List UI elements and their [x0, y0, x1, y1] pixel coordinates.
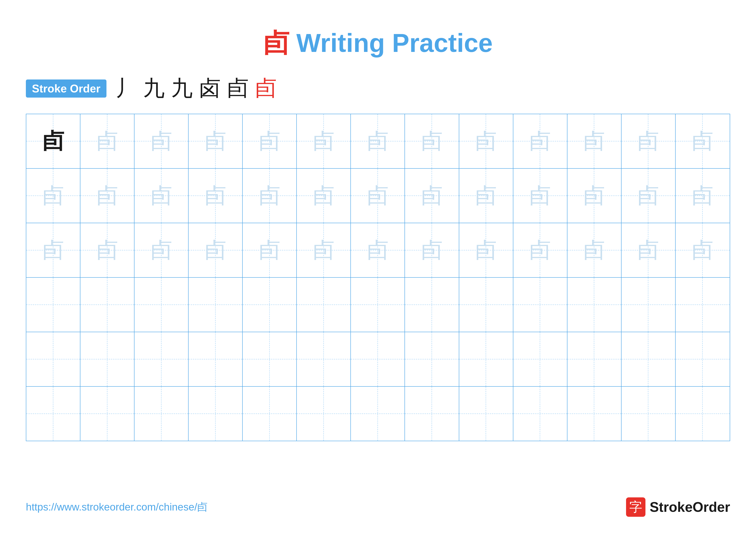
grid-cell[interactable]: [243, 332, 297, 386]
grid-cell[interactable]: [189, 387, 243, 441]
grid-cell[interactable]: 卣: [243, 169, 297, 223]
grid-cell[interactable]: [567, 332, 622, 386]
stroke-sequence: 丿 九 九 卤 卣 卣: [115, 74, 277, 103]
grid-cell[interactable]: [243, 387, 297, 441]
grid-cell[interactable]: 卣: [243, 114, 297, 168]
grid-cell[interactable]: 卣: [513, 114, 567, 168]
grid-cell[interactable]: 卣: [405, 114, 459, 168]
footer: https://www.strokeorder.com/chinese/卣 字 …: [26, 497, 730, 517]
grid-cell[interactable]: 卣: [459, 169, 513, 223]
grid-cell[interactable]: [351, 332, 405, 386]
grid-cell[interactable]: 卣: [351, 114, 405, 168]
grid-cell[interactable]: [297, 387, 351, 441]
practice-char: 卣: [637, 131, 659, 152]
grid-cell[interactable]: 卣: [80, 114, 134, 168]
grid-cell[interactable]: [459, 278, 513, 332]
grid-cell[interactable]: 卣: [405, 223, 459, 277]
grid-cell[interactable]: [189, 278, 243, 332]
grid-cell[interactable]: 卣: [80, 169, 134, 223]
grid-cell[interactable]: [676, 278, 730, 332]
practice-char: 卣: [421, 131, 443, 152]
grid-cell[interactable]: 卣: [567, 169, 622, 223]
grid-cell[interactable]: [567, 278, 622, 332]
grid-cell[interactable]: 卣: [405, 169, 459, 223]
grid-cell[interactable]: [26, 332, 80, 386]
grid-cell[interactable]: [26, 278, 80, 332]
grid-cell[interactable]: [459, 332, 513, 386]
grid-cell[interactable]: [80, 387, 134, 441]
practice-char: 卣: [367, 240, 389, 261]
grid-cell[interactable]: 卣: [622, 223, 676, 277]
practice-char: 卣: [205, 185, 226, 207]
grid-cell[interactable]: [676, 332, 730, 386]
grid-cell[interactable]: 卣: [513, 223, 567, 277]
practice-grid[interactable]: 卣 卣 卣 卣 卣 卣 卣 卣 卣 卣 卣 卣 卣 卣 卣 卣 卣 卣 卣 卣 …: [26, 114, 730, 441]
title-text: Writing Practice: [289, 28, 493, 57]
grid-cell[interactable]: [26, 387, 80, 441]
practice-char: 卣: [96, 185, 118, 207]
grid-cell[interactable]: [243, 278, 297, 332]
grid-cell[interactable]: [622, 278, 676, 332]
practice-char: 卣: [42, 131, 64, 152]
grid-cell[interactable]: [513, 387, 567, 441]
practice-char: 卣: [583, 131, 605, 152]
grid-cell[interactable]: 卣: [622, 169, 676, 223]
grid-cell[interactable]: [622, 387, 676, 441]
grid-cell[interactable]: [189, 332, 243, 386]
grid-cell[interactable]: [134, 387, 189, 441]
grid-cell[interactable]: [351, 278, 405, 332]
grid-cell[interactable]: [297, 278, 351, 332]
grid-cell[interactable]: 卣: [189, 223, 243, 277]
grid-cell[interactable]: 卣: [459, 223, 513, 277]
grid-cell[interactable]: [622, 332, 676, 386]
title-section: 卣 Writing Practice: [26, 26, 730, 61]
grid-cell[interactable]: 卣: [676, 169, 730, 223]
grid-cell[interactable]: 卣: [622, 114, 676, 168]
grid-cell[interactable]: [676, 387, 730, 441]
grid-cell[interactable]: 卣: [297, 223, 351, 277]
grid-cell[interactable]: 卣: [189, 114, 243, 168]
grid-cell[interactable]: [459, 387, 513, 441]
grid-cell[interactable]: 卣: [134, 223, 189, 277]
grid-cell[interactable]: [297, 332, 351, 386]
practice-char: 卣: [150, 131, 172, 152]
title-character: 卣: [263, 28, 289, 57]
practice-char: 卣: [692, 240, 713, 261]
practice-char: 卣: [421, 240, 443, 261]
practice-char: 卣: [205, 131, 226, 152]
grid-cell[interactable]: 卣: [26, 114, 80, 168]
grid-cell[interactable]: 卣: [513, 169, 567, 223]
grid-cell[interactable]: 卣: [243, 223, 297, 277]
grid-cell[interactable]: 卣: [676, 223, 730, 277]
grid-cell[interactable]: 卣: [26, 223, 80, 277]
grid-cell[interactable]: 卣: [351, 169, 405, 223]
grid-cell[interactable]: 卣: [297, 169, 351, 223]
grid-cell[interactable]: [513, 278, 567, 332]
grid-cell[interactable]: [405, 387, 459, 441]
grid-cell[interactable]: 卣: [134, 114, 189, 168]
practice-char: 卣: [259, 185, 281, 207]
practice-char: 卣: [259, 131, 281, 152]
grid-cell[interactable]: [567, 387, 622, 441]
grid-cell[interactable]: 卣: [459, 114, 513, 168]
grid-cell[interactable]: 卣: [351, 223, 405, 277]
grid-cell[interactable]: 卣: [80, 223, 134, 277]
grid-cell[interactable]: 卣: [134, 169, 189, 223]
grid-cell[interactable]: [351, 387, 405, 441]
grid-cell[interactable]: [405, 278, 459, 332]
grid-cell[interactable]: 卣: [676, 114, 730, 168]
grid-cell[interactable]: 卣: [26, 169, 80, 223]
practice-char: 卣: [367, 131, 389, 152]
grid-cell[interactable]: 卣: [567, 114, 622, 168]
practice-char: 卣: [42, 185, 64, 207]
grid-cell[interactable]: [513, 332, 567, 386]
grid-cell[interactable]: 卣: [297, 114, 351, 168]
grid-cell[interactable]: [405, 332, 459, 386]
grid-cell[interactable]: 卣: [567, 223, 622, 277]
grid-cell[interactable]: [134, 278, 189, 332]
footer-url[interactable]: https://www.strokeorder.com/chinese/卣: [26, 500, 207, 514]
grid-cell[interactable]: [80, 278, 134, 332]
grid-cell[interactable]: [134, 332, 189, 386]
grid-cell[interactable]: 卣: [189, 169, 243, 223]
grid-cell[interactable]: [80, 332, 134, 386]
